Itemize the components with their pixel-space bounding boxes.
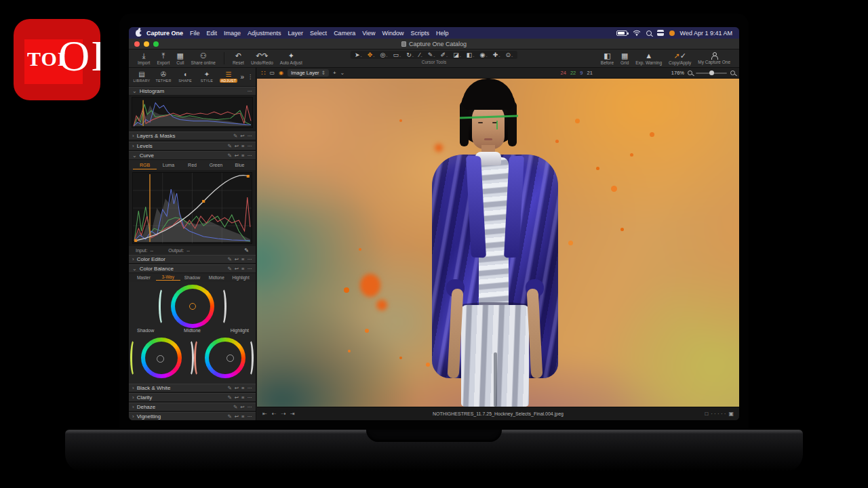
layer-selector[interactable]: Image Layer ⇕ — [288, 69, 329, 77]
filmstrip-mode-icon[interactable]: ▣ — [728, 411, 734, 417]
presets-icon[interactable]: ≡ — [241, 266, 244, 272]
edit-icon[interactable]: ✎ — [228, 413, 232, 420]
curve-tab-blue[interactable]: Blue — [228, 161, 252, 169]
reset-panel-icon[interactable]: ↩ — [240, 404, 244, 410]
highlight-lightness-slider[interactable] — [245, 339, 254, 377]
menu-clock[interactable]: Wed Apr 1 9:41 AM — [680, 30, 732, 37]
curve-graph[interactable] — [129, 170, 256, 246]
presets-icon[interactable]: ≡ — [241, 152, 244, 159]
crop-tool[interactable]: ▭⌄ — [391, 52, 403, 58]
menu-camera[interactable]: Camera — [334, 30, 355, 37]
presets-icon[interactable]: ≡ — [241, 394, 244, 401]
curve-tab-green[interactable]: Green — [204, 161, 228, 169]
cull-button[interactable]: ▦ Cull — [176, 52, 184, 65]
midtone-saturation-slider[interactable] — [159, 287, 167, 325]
tab-tether[interactable]: ✇ TETHER — [153, 71, 174, 83]
menu-image[interactable]: Image — [224, 30, 241, 37]
highlight-saturation-slider[interactable] — [194, 339, 202, 377]
radial-mask-tool[interactable]: ◉⌄ — [479, 52, 490, 58]
edit-icon[interactable]: ✎ — [228, 143, 232, 149]
curve-picker-icon[interactable]: ✎ — [244, 247, 249, 253]
apple-icon[interactable] — [136, 30, 142, 37]
collapse-icon[interactable]: ⌄ — [132, 266, 137, 272]
edit-icon[interactable]: ✎ — [228, 394, 232, 401]
layers-masks-panel-header[interactable]: › Layers & Masks ✎ ↩ ⋯ — [129, 131, 256, 140]
menu-adjustments[interactable]: Adjustments — [248, 30, 281, 37]
undo-redo-button[interactable]: ↶↷ Undo/Redo — [251, 52, 273, 65]
menu-select[interactable]: Select — [310, 30, 327, 37]
menu-scripts[interactable]: Scripts — [411, 30, 430, 37]
first-image-icon[interactable]: ⇤ — [262, 411, 267, 417]
select-tool[interactable]: ➤⌄ — [353, 52, 364, 58]
color-editor-panel-header[interactable]: › Color Editor ✎ ↩ ≡ ⋯ — [129, 255, 256, 264]
edit-icon[interactable]: ✎ — [233, 133, 237, 139]
heal-tool[interactable]: ✚⌄ — [492, 52, 502, 58]
menu-help[interactable]: Help — [436, 30, 449, 37]
exposure-warning-button[interactable]: ▲ Exp. Warning — [635, 52, 662, 65]
more-icon[interactable]: ⋯ — [248, 413, 253, 420]
wifi-icon[interactable] — [633, 30, 641, 36]
more-icon[interactable]: ⋯ — [248, 266, 253, 272]
more-icon[interactable]: ⋯ — [248, 385, 253, 391]
zoom-slider[interactable] — [696, 73, 727, 74]
reset-panel-icon[interactable]: ↩ — [235, 385, 239, 391]
reset-panel-icon[interactable]: ↩ — [235, 266, 239, 272]
battery-icon[interactable] — [616, 30, 627, 36]
draw-mask-tool[interactable]: ✎⌄ — [427, 52, 437, 58]
gradient-mask-tool[interactable]: ◧⌄ — [465, 52, 477, 58]
cb-tab-shadow[interactable]: Shadow — [180, 275, 205, 280]
edit-icon[interactable]: ✎ — [228, 256, 232, 262]
curve-tab-luma[interactable]: Luma — [157, 161, 180, 169]
expand-icon[interactable]: › — [132, 256, 134, 262]
copy-apply-button[interactable]: ➚✓ Copy/Apply — [669, 52, 691, 65]
presets-icon[interactable]: ≡ — [241, 413, 244, 420]
zoom-out-icon[interactable] — [688, 70, 692, 75]
reset-panel-icon[interactable]: ↩ — [235, 143, 239, 149]
grid-button[interactable]: ▦ Grid — [620, 52, 629, 65]
shadow-lightness-slider[interactable] — [186, 339, 194, 377]
auto-adjust-button[interactable]: ✦ Auto Adjust — [280, 52, 302, 65]
next-image-icon[interactable]: ⇢ — [281, 411, 285, 417]
color-balance-panel-header[interactable]: ⌄ Color Balance ✎ ↩ ≡ ⋯ — [129, 264, 256, 273]
control-center-icon[interactable] — [657, 30, 664, 36]
zoom-in-icon[interactable] — [730, 70, 735, 75]
menu-file[interactable]: File — [190, 30, 200, 37]
export-button[interactable]: ⤒ Export — [157, 52, 170, 65]
vignetting-panel-header[interactable]: › Vignetting ✎ ↩ ≡ ⋯ — [129, 412, 256, 420]
more-icon[interactable]: ⋯ — [248, 256, 253, 262]
proof-margin-icon[interactable]: ▭ — [269, 70, 275, 76]
pan-tool[interactable]: ✥⌄ — [366, 52, 377, 58]
zoom-level[interactable]: 176% — [671, 70, 684, 76]
image-canvas[interactable] — [257, 79, 739, 407]
expand-icon[interactable]: › — [132, 404, 134, 410]
last-image-icon[interactable]: ⇥ — [290, 411, 295, 417]
expand-icon[interactable]: › — [132, 385, 134, 391]
viewer-mode-icon[interactable]: □ — [705, 411, 708, 417]
reset-panel-icon[interactable]: ↩ — [235, 413, 239, 420]
cb-tab-master[interactable]: Master — [132, 275, 156, 280]
more-icon[interactable]: ⋯ — [248, 394, 253, 401]
curve-tab-rgb[interactable]: RGB — [133, 161, 157, 169]
before-after-button[interactable]: ◧ Before — [601, 52, 614, 65]
black-white-panel-header[interactable]: › Black & White ✎ ↩ ≡ ⋯ — [129, 384, 256, 392]
curve-panel-header[interactable]: ⌄ Curve ✎ ↩ ≡ ⋯ — [129, 151, 256, 160]
expand-icon[interactable]: › — [132, 413, 134, 420]
highlight-color-wheel[interactable] — [205, 338, 245, 378]
reset-button[interactable]: ↶ Reset — [233, 52, 244, 65]
menu-edit[interactable]: Edit — [207, 30, 218, 37]
straighten-tool[interactable]: ∕⌄ — [418, 52, 425, 58]
midtone-color-wheel[interactable] — [171, 285, 214, 328]
presets-icon[interactable]: ≡ — [241, 143, 244, 149]
layer-menu-caret-icon[interactable]: ⌄ — [340, 70, 345, 76]
menu-app-name[interactable]: Capture One — [146, 30, 183, 37]
capture-one-menubar-icon[interactable] — [669, 30, 675, 36]
more-icon[interactable]: ⋯ — [248, 143, 253, 149]
share-online-button[interactable]: ⚇ Share online — [191, 52, 216, 65]
curve-tab-red[interactable]: Red — [180, 161, 204, 169]
rotate-tool[interactable]: ↻⌄ — [405, 52, 416, 58]
more-tools-chevron-icon[interactable]: » — [240, 73, 244, 81]
dehaze-panel-header[interactable]: › Dehaze ✎ ↩ ⋯ — [129, 403, 256, 411]
thumbnail-grid-icon[interactable]: ∷ — [261, 69, 265, 77]
more-icon[interactable]: ⋯ — [248, 88, 253, 94]
presets-icon[interactable]: ≡ — [241, 256, 244, 262]
